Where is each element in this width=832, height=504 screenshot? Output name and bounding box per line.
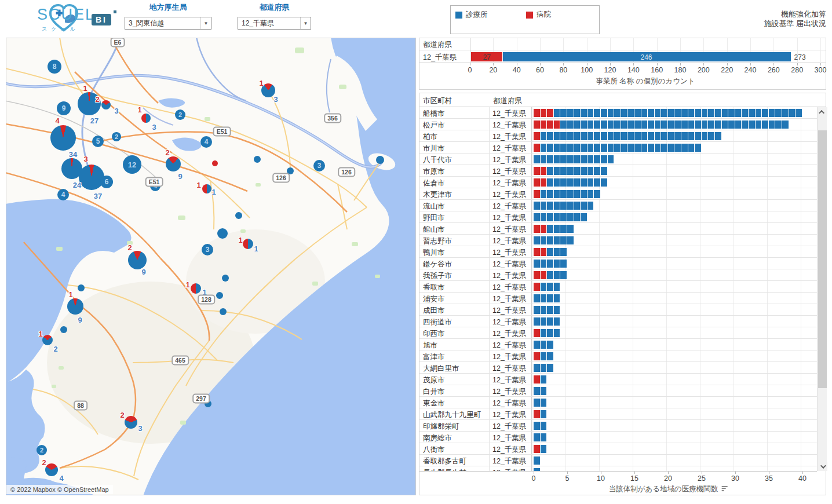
clinic-block[interactable] — [634, 109, 641, 117]
table-row[interactable]: 旭市12_千葉県 — [419, 339, 817, 350]
clinic-block[interactable] — [560, 132, 567, 140]
clinic-block[interactable] — [775, 120, 782, 129]
clinic-block[interactable] — [567, 144, 574, 152]
bar-cell[interactable] — [532, 385, 817, 396]
clinic-block[interactable] — [601, 167, 607, 175]
clinic-block[interactable] — [695, 132, 701, 140]
clinic-block[interactable] — [534, 260, 540, 268]
map-cluster-circle[interactable] — [78, 284, 85, 291]
bar-cell[interactable] — [532, 316, 817, 327]
clinic-block[interactable] — [547, 317, 553, 326]
clinic-block[interactable] — [567, 178, 574, 187]
clinic-block[interactable] — [634, 144, 641, 152]
map-cluster-circle[interactable]: 12 — [123, 155, 141, 174]
clinic-block[interactable] — [594, 109, 600, 117]
map-cluster-circle[interactable]: 4 — [57, 189, 69, 200]
map-cluster-pie[interactable] — [61, 158, 82, 179]
clinic-block[interactable] — [601, 132, 607, 140]
clinic-block[interactable] — [554, 225, 560, 233]
map-cluster-circle[interactable]: 8 — [48, 60, 61, 74]
bar-cell[interactable] — [532, 420, 817, 431]
clinic-block[interactable] — [554, 306, 560, 314]
clinic-block[interactable] — [661, 120, 667, 129]
clinic-block[interactable] — [614, 109, 621, 117]
hospital-block[interactable] — [554, 120, 560, 129]
clinic-block[interactable] — [661, 109, 667, 117]
clinic-block[interactable] — [567, 132, 574, 140]
map-cluster-pie[interactable] — [191, 283, 201, 294]
clinic-block[interactable] — [641, 132, 648, 140]
sort-icon[interactable] — [721, 486, 727, 492]
hospital-block[interactable] — [534, 283, 540, 291]
clinic-block[interactable] — [587, 132, 594, 140]
table-row[interactable]: 佐倉市12_千葉県 — [419, 177, 817, 188]
map-cluster-pie[interactable] — [166, 156, 181, 171]
clinic-block[interactable] — [560, 190, 567, 198]
table-row[interactable]: 松戸市12_千葉県 — [419, 119, 817, 130]
clinic-block[interactable] — [541, 213, 547, 221]
clinic-block[interactable] — [541, 341, 547, 349]
clinic-block[interactable] — [655, 132, 661, 140]
clinic-block[interactable] — [567, 225, 574, 233]
clinic-block[interactable] — [547, 144, 553, 152]
table-row[interactable]: 市川市12_千葉県 — [419, 142, 817, 154]
clinic-block[interactable] — [547, 132, 553, 140]
clinic-block[interactable] — [574, 167, 581, 175]
clinic-block[interactable] — [534, 236, 540, 244]
bar-cell[interactable] — [532, 443, 817, 454]
clinic-block[interactable] — [648, 132, 654, 140]
clinic-block[interactable] — [674, 132, 681, 140]
table-row[interactable]: 我孫子市12_千葉県 — [419, 269, 817, 281]
clinic-block[interactable] — [541, 283, 547, 291]
clinic-block[interactable] — [567, 155, 574, 163]
clinic-block[interactable] — [728, 120, 735, 129]
bar-cell[interactable] — [532, 408, 817, 419]
bar-cell[interactable] — [532, 223, 817, 234]
clinic-block[interactable] — [547, 213, 553, 221]
table-row[interactable]: 白井市12_千葉県 — [419, 385, 817, 397]
hospital-block[interactable] — [541, 271, 547, 279]
clinic-block[interactable] — [534, 155, 540, 163]
clinic-block[interactable] — [574, 144, 581, 152]
table-row[interactable]: 印旛郡栄町12_千葉県 — [419, 420, 817, 432]
clinic-block[interactable] — [681, 109, 688, 117]
clinic-block[interactable] — [749, 109, 755, 117]
clinic-block[interactable] — [668, 109, 674, 117]
bar-cell[interactable] — [532, 142, 817, 153]
clinic-block[interactable] — [627, 120, 634, 129]
map-cluster-circle[interactable]: 3 — [313, 160, 325, 171]
clinic-block[interactable] — [560, 271, 567, 279]
map-cluster-circle[interactable]: 4 — [200, 136, 212, 148]
hospital-block[interactable] — [534, 109, 540, 117]
clinic-block[interactable] — [581, 178, 587, 187]
clinic-block[interactable] — [560, 144, 567, 152]
map-cluster-circle[interactable] — [222, 275, 229, 282]
map-cluster-circle[interactable]: 6 — [100, 176, 113, 188]
clinic-block[interactable] — [708, 109, 714, 117]
clinic-block[interactable] — [581, 144, 587, 152]
hospital-block[interactable] — [534, 144, 540, 152]
clinic-block[interactable] — [641, 109, 648, 117]
clinic-block[interactable] — [655, 120, 661, 129]
clinic-block[interactable] — [560, 178, 567, 187]
table-row[interactable]: 船橋市12_千葉県 — [419, 107, 817, 119]
hospital-block[interactable] — [534, 178, 540, 187]
table-row[interactable]: 山武郡九十九里町12_千葉県 — [419, 408, 817, 420]
clinic-block[interactable] — [541, 422, 547, 430]
clinic-block[interactable] — [547, 190, 553, 198]
clinic-block[interactable] — [547, 260, 553, 268]
clinic-block[interactable] — [547, 155, 553, 163]
clinic-block[interactable] — [567, 167, 574, 175]
table-row[interactable]: 成田市12_千葉県 — [419, 304, 817, 316]
clinic-block[interactable] — [574, 190, 581, 198]
clinic-block[interactable] — [581, 109, 587, 117]
table-row[interactable]: 館山市12_千葉県 — [419, 223, 817, 235]
map-cluster-circle[interactable]: 5 — [92, 136, 104, 147]
hospital-block[interactable] — [534, 329, 540, 337]
clinic-block[interactable] — [594, 120, 600, 129]
map-cluster-pie[interactable] — [42, 335, 53, 345]
clinic-block[interactable] — [789, 109, 795, 117]
clinic-block[interactable] — [587, 178, 594, 187]
clinic-block[interactable] — [541, 155, 547, 163]
table-row[interactable]: 印西市12_千葉県 — [419, 327, 817, 339]
